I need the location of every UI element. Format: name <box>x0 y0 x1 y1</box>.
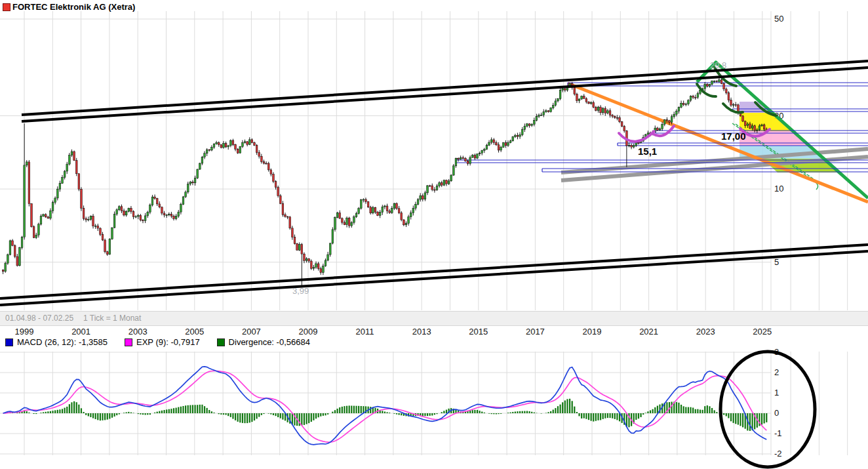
price-level-label-17: 17,00 <box>721 131 746 142</box>
legend-item-divergence: Divergence: -0,56684 <box>217 337 310 347</box>
macd-swatch-icon <box>5 338 13 346</box>
chart-canvas[interactable] <box>0 0 868 469</box>
macd-legend: MACD (26, 12): -1,3585 EXP (9): -0,7917 … <box>5 337 310 347</box>
high-price-label: 29,8 <box>710 60 726 70</box>
date-range-label: 01.04.98 - 07.02.25 <box>5 314 73 323</box>
instrument-icon <box>3 3 10 11</box>
legend-item-macd: MACD (26, 12): -1,3585 <box>5 337 108 347</box>
divergence-legend-label: Divergence: -0,56684 <box>229 337 310 347</box>
tick-interval-label: 1 Tick = 1 Monat <box>83 314 141 323</box>
exp-legend-label: EXP (9): -0,7917 <box>136 337 200 347</box>
chart-window: FORTEC Elektronik AG (Xetra) 01.04.98 - … <box>0 0 868 469</box>
price-level-label-151: 15,1 <box>638 146 657 157</box>
chart-title: FORTEC Elektronik AG (Xetra) <box>12 2 135 12</box>
exp-swatch-icon <box>125 338 132 346</box>
divergence-swatch-icon <box>217 338 225 346</box>
macd-legend-label: MACD (26, 12): -1,3585 <box>17 337 108 347</box>
legend-item-exp: EXP (9): -0,7917 <box>125 337 200 347</box>
low-price-label: 3,99 <box>292 286 309 296</box>
